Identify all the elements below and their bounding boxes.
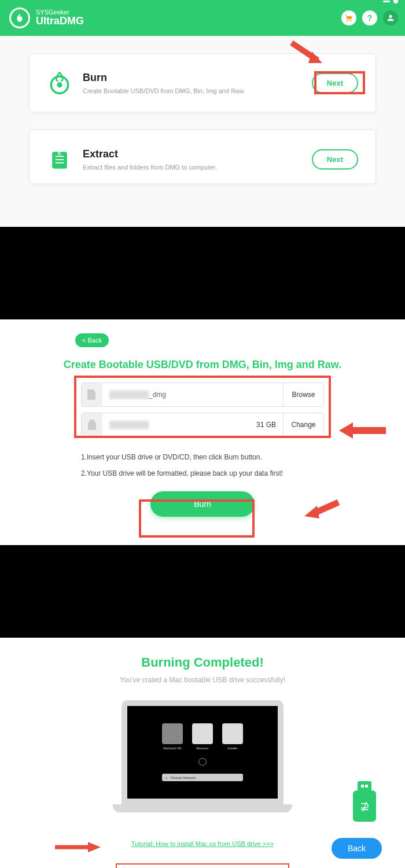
extract-card-title: Extract — [83, 148, 312, 160]
extract-card: E Extract Extract files and folders from… — [29, 130, 376, 184]
complete-subtitle: You've crated a Mac bootable USB drive s… — [23, 676, 382, 684]
back-button[interactable]: < Back — [75, 333, 109, 347]
refresh-icon — [198, 758, 207, 766]
burn-card: Burn Create Bootable USB/DVD from DMG, B… — [29, 53, 376, 112]
main-options: Burn Create Bootable USB/DVD from DMG, B… — [0, 36, 405, 227]
extract-next-button[interactable]: Next — [312, 149, 358, 170]
burn-disc-icon — [47, 70, 72, 95]
boot-option: Macintosh HD — [162, 723, 183, 750]
separator — [0, 545, 405, 638]
annotation-arrow-icon — [52, 840, 104, 854]
minimize-control[interactable] — [383, 1, 390, 2]
annotation-highlight — [314, 71, 365, 94]
complete-title: Burning Completed! — [23, 655, 382, 670]
laptop-illustration: Macintosh HD Recovery Installer ⏚Choose … — [113, 700, 292, 812]
svg-text:E: E — [58, 150, 61, 156]
annotation-arrow-icon — [301, 498, 341, 521]
titlebar: SYSGeeker UltraDMG ? — [0, 0, 405, 36]
burn-card-desc: Create Bootable USB/DVD from DMG, Bin, I… — [83, 87, 312, 94]
app-logo-icon — [9, 8, 30, 28]
extract-icon: E — [47, 146, 72, 172]
separator — [0, 227, 405, 319]
network-selector: ⏚Choose Network — [162, 774, 243, 781]
help-icon[interactable]: ? — [362, 10, 377, 25]
svg-rect-5 — [56, 163, 64, 164]
complete-screen: Burning Completed! You've crated a Mac b… — [0, 638, 405, 868]
instructions: 1.Insert your USB drive or DVD/CD, then … — [81, 453, 324, 477]
annotation-arrow-icon — [289, 40, 329, 69]
usb-illustration-icon: ⊉ — [353, 781, 376, 822]
annotation-arrow-icon — [337, 419, 389, 442]
annotation-highlight — [139, 499, 255, 538]
boot-option: Recovery — [192, 723, 213, 750]
svg-point-1 — [57, 82, 62, 87]
user-icon[interactable] — [383, 10, 398, 25]
boot-option: Installer — [222, 723, 243, 750]
brand-line-2: UltraDMG — [36, 16, 84, 27]
back-button[interactable]: Back — [332, 838, 382, 859]
burn-screen-title: Create Bootable USB/DVD from DMG, Bin, I… — [23, 359, 382, 371]
annotation-highlight — [116, 863, 289, 868]
extract-card-desc: Extract files and folders from DMG to co… — [83, 164, 312, 171]
close-control[interactable] — [393, 0, 398, 3]
instruction-2: 2.Your USB drive will be formatted, plea… — [81, 469, 324, 477]
instruction-1: 1.Insert your USB drive or DVD/CD, then … — [81, 453, 324, 461]
burn-card-title: Burn — [83, 72, 312, 84]
svg-rect-4 — [56, 159, 64, 160]
svg-rect-3 — [56, 156, 64, 157]
brand-text: SYSGeeker UltraDMG — [36, 9, 84, 27]
window-controls — [383, 0, 398, 3]
tutorial-link[interactable]: Tutorial: How to install Mac os from USB… — [116, 840, 289, 847]
cart-icon[interactable] — [341, 10, 356, 25]
burn-setup-screen: < Back Create Bootable USB/DVD from DMG,… — [0, 319, 405, 545]
